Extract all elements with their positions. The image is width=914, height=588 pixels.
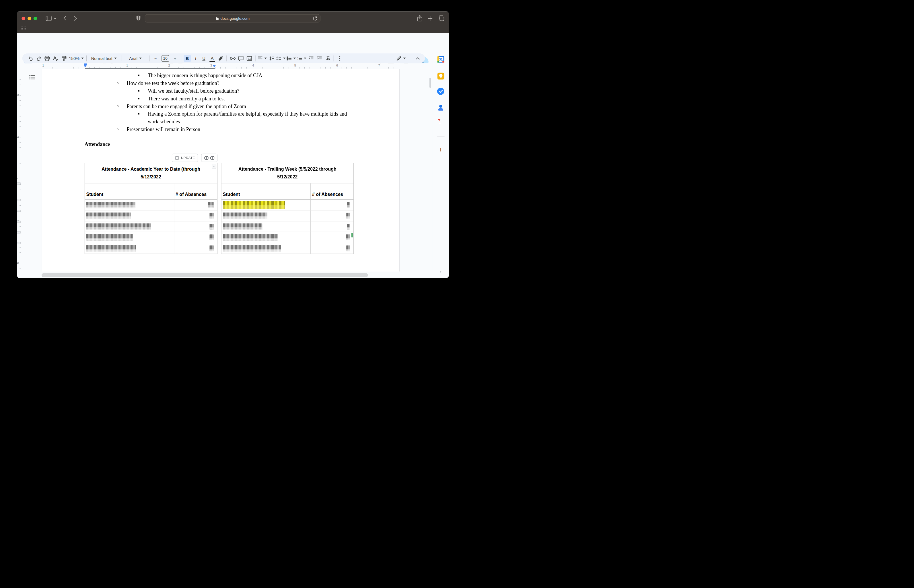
redacted-student-name [86,202,135,208]
new-tab-icon[interactable] [428,16,433,21]
text-color-button[interactable]: A [208,55,216,62]
ruler-number: 3 [208,63,214,67]
bulleted-list-button[interactable] [287,55,296,62]
google-contacts-icon[interactable] [437,104,445,111]
horizontal-ruler[interactable]: 11234567 [17,63,432,69]
editing-mode-button[interactable] [396,55,405,62]
get-addons-button[interactable]: + [439,146,442,154]
pie-chart-icon [175,156,179,160]
increase-indent-button[interactable] [316,55,323,62]
ruler-number: 9 [17,260,19,266]
share-page-icon[interactable] [417,15,422,21]
google-calendar-icon[interactable]: 31 [437,55,445,63]
insert-link-button[interactable] [229,55,236,62]
sidebar-chevron-down-icon[interactable] [54,18,56,19]
attendance-table[interactable]: Attendance - Academic Year to Date (thro… [84,163,217,254]
app-grid-icon[interactable] [20,26,26,31]
back-button[interactable] [63,16,66,21]
redacted-absence-count [346,245,350,251]
bullet-item: ■The bigger concern is things happening … [42,71,357,79]
decrease-font-size-button[interactable]: − [152,55,159,62]
zoom-select[interactable]: 150% [69,55,84,62]
attendance-table[interactable]: Attendance - Trailing Week (5/5/2022 thr… [221,163,354,254]
forward-button[interactable] [74,16,77,21]
table-row-handle[interactable] [17,183,21,184]
font-size-input[interactable]: 10 [161,55,169,62]
bold-button[interactable]: B [184,55,191,62]
table-row-handle[interactable] [17,199,21,201]
line-spacing-button[interactable] [268,55,275,62]
clear-formatting-button[interactable] [324,55,331,62]
table-row-handle[interactable] [17,221,21,223]
table-row-handle[interactable] [17,242,21,244]
lock-icon [216,16,219,20]
privacy-shield-icon[interactable] [136,15,141,21]
google-maps-icon[interactable] [437,120,445,128]
square-bullet-icon: ■ [138,71,140,79]
google-tasks-icon[interactable] [437,87,445,95]
ruler-number: 6 [17,134,19,140]
undo-button[interactable] [27,55,34,62]
linked-table-options-chip[interactable] [201,154,218,162]
bullet-text: Parents can be more engaged if given the… [127,103,246,109]
redacted-student-name [223,234,278,241]
sidebar-toggle-icon[interactable] [45,16,52,21]
google-keep-icon[interactable] [437,72,445,80]
document-scrollbar-thumb[interactable] [430,78,431,88]
paragraph-style-select[interactable]: Normal text [89,55,118,62]
bullet-item: ○How do we test the week before graduati… [42,79,365,87]
redo-button[interactable] [35,55,42,62]
browser-chrome: docs.google.com [17,11,449,33]
linked-table-update-button[interactable]: UPDATE [172,154,198,162]
insert-image-button[interactable] [245,55,253,62]
checklist-button[interactable] [276,55,286,62]
decrease-indent-button[interactable] [308,55,315,62]
zoom-window-button[interactable] [34,17,37,20]
url-bar[interactable]: docs.google.com [145,15,320,23]
docs-header: Deans' and Director's Meeting Agenda AY … [17,33,449,53]
reload-icon[interactable] [313,16,318,21]
vertical-ruler[interactable]: 56789 [17,69,21,271]
font-family-select[interactable]: Arial [124,55,147,62]
ruler-number: 6 [334,63,340,67]
underline-button[interactable]: U [200,55,207,62]
table-title: Attendance - Academic Year to Date (thro… [85,165,217,181]
browser-window: docs.google.com Deans' and Director's Me… [17,11,449,278]
align-button[interactable] [258,55,267,62]
table-row [221,210,354,221]
tab-overview-icon[interactable] [438,16,444,21]
minimize-window-button[interactable] [27,17,31,20]
highlight-color-button[interactable] [217,55,224,62]
screen: docs.google.com Deans' and Director's Me… [0,0,457,294]
add-comment-button[interactable] [237,55,245,62]
document-page[interactable]: ■The bigger concern is things happening … [42,69,400,271]
chevron-down-icon [81,58,84,59]
bullet-list: ■The bigger concern is things happening … [42,71,400,133]
chevron-down-icon [139,58,141,59]
document-outline-icon[interactable] [29,75,35,80]
redacted-student-name [86,234,132,241]
redacted-absence-count [210,213,213,219]
redacted-absence-count [210,224,213,230]
redacted-student-name [223,245,281,252]
column-header: Student [85,183,174,199]
left-indent-marker[interactable] [84,65,86,68]
hide-menus-button[interactable] [414,55,421,62]
table-row [85,210,217,221]
horizontal-scrollbar-thumb[interactable] [42,273,368,277]
update-label: UPDATE [181,156,195,160]
circle-bullet-icon: ○ [117,126,119,133]
table-row-handle[interactable] [17,231,21,233]
table-row-handle[interactable] [17,210,21,212]
spelling-check-button[interactable] [52,55,59,62]
first-line-indent-marker[interactable] [84,63,87,65]
close-window-button[interactable] [22,17,25,20]
italic-button[interactable]: I [192,55,199,62]
numbered-list-button[interactable]: 12 [297,55,306,62]
print-button[interactable] [44,55,51,62]
increase-font-size-button[interactable]: + [171,55,179,62]
redacted-student-name [223,213,267,219]
more-options-button[interactable] [336,55,343,62]
paint-format-button[interactable] [60,55,68,62]
table-options-dropdown[interactable] [212,164,216,169]
